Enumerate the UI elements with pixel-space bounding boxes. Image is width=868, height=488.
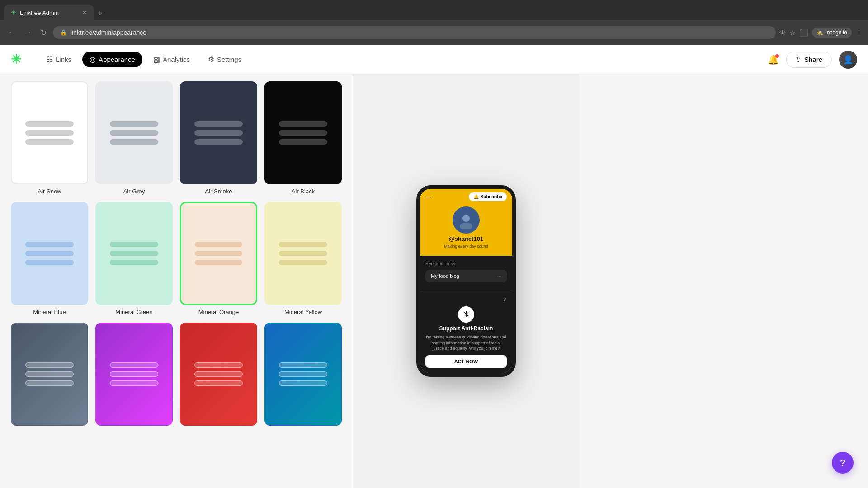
theme-bar	[25, 260, 74, 265]
theme-card-mineral-blue[interactable]: Mineral Blue	[11, 202, 88, 315]
theme-bar	[194, 139, 243, 145]
theme-bar	[195, 242, 243, 247]
theme-bar	[279, 380, 327, 386]
sidebar-icon[interactable]: ⬛	[799, 28, 808, 37]
theme-bar	[279, 130, 327, 136]
help-button[interactable]: ?	[832, 452, 854, 474]
theme-bar	[110, 260, 158, 265]
theme-bar	[195, 260, 243, 265]
nav-item-settings[interactable]: ⚙ Settings	[201, 52, 249, 67]
notification-button[interactable]: 🔔	[768, 54, 779, 65]
theme-bar	[110, 371, 158, 377]
bell-small-icon: 🔔	[473, 194, 479, 199]
link-label: My food blog	[431, 273, 459, 279]
theme-bar	[25, 121, 74, 127]
subscribe-label: Subscribe	[481, 194, 502, 199]
phone-top-bar: — 🔔 Subscribe	[420, 189, 512, 203]
phone-preview-panel: — 🔔 Subscribe @shanet101 Making every da…	[353, 74, 579, 488]
browser-tabs: ✳ Linktree Admin ✕ +	[0, 0, 868, 20]
theme-bar	[110, 121, 158, 127]
tab-close-button[interactable]: ✕	[82, 9, 87, 16]
phone-section-label: Personal Links	[425, 261, 507, 266]
theme-preview-grad-blue-teal[interactable]	[264, 323, 342, 426]
theme-card-air-black[interactable]: Air Black	[264, 81, 342, 195]
phone-back-icon: —	[425, 194, 431, 200]
theme-name-air-smoke: Air Smoke	[205, 188, 232, 195]
share-button[interactable]: ⇪ Share	[786, 52, 832, 68]
more-options-icon[interactable]: ⋮	[855, 28, 863, 37]
theme-card-mineral-yellow[interactable]: Mineral Yellow	[264, 202, 342, 315]
phone-links-section: Personal Links My food blog ···	[420, 256, 512, 291]
theme-card-air-grey[interactable]: Air Grey	[95, 81, 173, 195]
logo-icon[interactable]: ✳	[11, 52, 21, 67]
theme-preview-air-black[interactable]	[264, 81, 342, 184]
phone-campaign-title: Support Anti-Racism	[439, 325, 493, 332]
theme-bar	[194, 121, 243, 127]
theme-preview-grad-red[interactable]	[180, 323, 257, 426]
active-tab[interactable]: ✳ Linktree Admin ✕	[4, 5, 94, 20]
address-bar[interactable]: 🔒 linktr.ee/admin/appearance	[53, 26, 776, 39]
browser-toolbar: ← → ↻ 🔒 linktr.ee/admin/appearance 👁 ☆ ⬛…	[0, 20, 868, 45]
theme-bar	[25, 380, 74, 386]
theme-card-grad-blue-teal[interactable]	[264, 323, 342, 429]
forward-button[interactable]: →	[22, 27, 34, 38]
share-icon: ⇪	[796, 56, 802, 64]
theme-card-air-smoke[interactable]: Air Smoke	[180, 81, 257, 195]
theme-preview-grad-slate[interactable]	[11, 323, 88, 426]
nav-item-appearance[interactable]: ◎ Appearance	[82, 52, 142, 67]
theme-name-mineral-yellow: Mineral Yellow	[284, 309, 322, 315]
nav-links: ☷ Links ◎ Appearance ▩ Analytics ⚙ Setti…	[39, 52, 753, 67]
theme-bar	[279, 242, 327, 247]
user-avatar[interactable]: 👤	[839, 51, 857, 69]
analytics-label: Analytics	[163, 56, 190, 63]
theme-card-mineral-orange[interactable]: Mineral Orange	[180, 202, 257, 315]
star-icon[interactable]: ☆	[789, 28, 796, 37]
theme-bar	[279, 260, 327, 265]
theme-card-grad-red[interactable]	[180, 323, 257, 429]
theme-preview-mineral-orange[interactable]	[180, 202, 257, 305]
theme-bar	[25, 251, 74, 256]
theme-preview-air-smoke[interactable]	[180, 81, 257, 184]
theme-preview-mineral-green[interactable]	[95, 202, 173, 305]
theme-card-air-snow[interactable]: Air Snow	[11, 81, 88, 195]
theme-bar	[279, 251, 327, 256]
theme-bar	[110, 380, 158, 386]
theme-bar	[25, 130, 74, 136]
incognito-button[interactable]: 🕵 Incognito	[812, 28, 852, 38]
tab-title: Linktree Admin	[20, 9, 59, 16]
theme-bar	[110, 130, 158, 136]
phone-mockup: — 🔔 Subscribe @shanet101 Making every da…	[416, 185, 516, 377]
settings-label: Settings	[217, 56, 241, 63]
theme-name-mineral-blue: Mineral Blue	[33, 309, 66, 315]
nav-item-analytics[interactable]: ▩ Analytics	[146, 52, 197, 67]
phone-logo-icon: ✳	[458, 306, 474, 323]
phone-campaign-text: I'm raising awareness, driving donations…	[425, 334, 507, 352]
theme-preview-grad-purple[interactable]	[95, 323, 173, 426]
analytics-icon: ▩	[153, 55, 160, 64]
link-more-icon: ···	[497, 273, 501, 279]
theme-card-grad-slate[interactable]	[11, 323, 88, 429]
links-label: Links	[56, 56, 71, 63]
back-button[interactable]: ←	[5, 27, 18, 38]
theme-preview-mineral-yellow[interactable]	[264, 202, 342, 305]
new-tab-button[interactable]: +	[94, 7, 106, 20]
theme-bar	[25, 362, 74, 368]
theme-preview-air-snow[interactable]	[11, 81, 88, 184]
theme-bar	[25, 139, 74, 145]
theme-card-mineral-green[interactable]: Mineral Green	[95, 202, 173, 315]
theme-bar	[279, 139, 327, 145]
theme-card-grad-purple[interactable]	[95, 323, 173, 429]
browser-chrome: ✳ Linktree Admin ✕ + ← → ↻ 🔒 linktr.ee/a…	[0, 0, 868, 45]
nav-item-links[interactable]: ☷ Links	[39, 52, 79, 67]
theme-bar	[194, 362, 243, 368]
theme-preview-mineral-blue[interactable]	[11, 202, 88, 305]
nav-right: 🔔 ⇪ Share 👤	[768, 51, 857, 69]
theme-preview-air-grey[interactable]	[95, 81, 173, 184]
theme-bar	[194, 130, 243, 136]
reload-button[interactable]: ↻	[38, 27, 49, 39]
phone-profile-section: @shanet101 Making every day count!	[420, 203, 512, 256]
links-icon: ☷	[47, 55, 53, 64]
phone-username: @shanet101	[449, 235, 483, 242]
theme-bar	[110, 251, 158, 256]
theme-bar	[25, 242, 74, 247]
